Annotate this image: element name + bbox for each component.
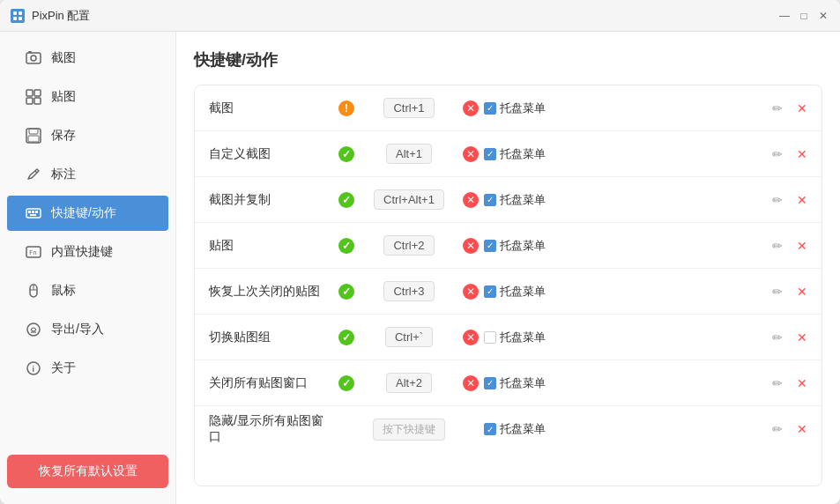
key-display[interactable]: Ctrl+1 <box>361 98 457 118</box>
sidebar-item-screenshot[interactable]: 截图 <box>7 41 168 76</box>
svg-rect-5 <box>28 51 32 53</box>
shortcut-name: 截图 <box>209 100 332 116</box>
svg-rect-2 <box>13 17 17 20</box>
sidebar-item-label: 贴图 <box>51 89 76 105</box>
delete-key-button[interactable]: ✕ <box>463 192 479 208</box>
save-icon <box>25 127 42 145</box>
tray-menu-checkbox[interactable]: ✓ 托盘菜单 <box>484 192 546 208</box>
delete-key-icon[interactable]: ✕ <box>457 238 484 254</box>
delete-key-button[interactable]: ✕ <box>463 330 479 345</box>
checkbox-unchecked[interactable] <box>484 331 496 344</box>
tray-menu-checkbox[interactable]: ✓ 托盘菜单 <box>484 421 546 437</box>
tray-menu-checkbox[interactable]: 托盘菜单 <box>484 330 546 345</box>
delete-key-button[interactable]: ✕ <box>463 238 479 254</box>
tray-menu-checkbox[interactable]: ✓ 托盘菜单 <box>484 238 546 254</box>
row-actions: ✏ ✕ <box>772 285 807 299</box>
screenshot-icon <box>25 49 42 67</box>
close-button[interactable]: ✕ <box>817 10 829 22</box>
checkbox-checked[interactable]: ✓ <box>484 148 496 160</box>
delete-key-button[interactable]: ✕ <box>463 100 479 116</box>
sidebar-item-builtin[interactable]: Fn 内置快捷键 <box>7 234 168 270</box>
delete-key-icon[interactable]: ✕ <box>457 100 484 116</box>
status-icon: ✓ <box>332 238 361 254</box>
delete-key-icon[interactable]: ✕ <box>457 146 484 162</box>
svg-point-6 <box>31 56 36 61</box>
maximize-button[interactable]: □ <box>798 10 810 22</box>
tray-menu-checkbox[interactable]: ✓ 托盘菜单 <box>484 375 546 391</box>
export-icon <box>25 321 42 338</box>
shortcut-name: 自定义截图 <box>209 146 332 162</box>
row-actions: ✏ ✕ <box>772 147 807 161</box>
tray-menu-checkbox[interactable]: ✓ 托盘菜单 <box>484 100 546 116</box>
remove-button[interactable]: ✕ <box>797 376 807 390</box>
delete-key-button[interactable]: ✕ <box>463 146 479 162</box>
edit-button[interactable]: ✏ <box>772 330 783 345</box>
remove-button[interactable]: ✕ <box>797 193 807 207</box>
status-icon: ✓ <box>332 146 361 162</box>
sidebar-item-annotate[interactable]: 标注 <box>7 157 168 192</box>
minimize-button[interactable]: — <box>778 10 791 22</box>
sidebar-item-label: 快捷键/动作 <box>51 205 116 221</box>
delete-key-icon[interactable]: ✕ <box>457 375 484 391</box>
remove-button[interactable]: ✕ <box>797 285 807 299</box>
sidebar-item-label: 导出/导入 <box>51 322 104 337</box>
table-row: 切换贴图组 ✓ Ctrl+` ✕ 托盘菜单 <box>195 315 821 360</box>
edit-button[interactable]: ✏ <box>772 285 783 299</box>
restore-defaults-button[interactable]: 恢复所有默认设置 <box>7 455 168 488</box>
shortcut-name: 关闭所有贴图窗口 <box>209 375 332 391</box>
sidebar-item-label: 标注 <box>51 167 76 182</box>
sidebar-item-mouse[interactable]: 鼠标 <box>7 273 168 308</box>
key-display[interactable]: Ctrl+2 <box>361 235 457 256</box>
svg-rect-7 <box>26 90 33 96</box>
edit-button[interactable]: ✏ <box>772 376 783 390</box>
edit-button[interactable]: ✏ <box>772 147 783 161</box>
svg-rect-4 <box>26 53 41 63</box>
shortcuts-table: 截图 ! Ctrl+1 ✕ ✓ 托盘菜单 <box>194 85 822 486</box>
remove-button[interactable]: ✕ <box>797 422 807 436</box>
remove-button[interactable]: ✕ <box>797 147 807 161</box>
shortcut-name: 贴图 <box>209 238 332 254</box>
key-display[interactable]: Alt+1 <box>361 144 457 164</box>
remove-button[interactable]: ✕ <box>797 101 807 115</box>
sidebar-item-sticker[interactable]: 贴图 <box>7 79 168 115</box>
window-controls: — □ ✕ <box>778 10 829 22</box>
key-display[interactable]: Ctrl+Alt+1 <box>361 189 457 210</box>
status-ok-icon: ✓ <box>338 284 354 300</box>
key-placeholder[interactable]: 按下快捷键 <box>361 419 457 441</box>
edit-button[interactable]: ✏ <box>772 239 783 253</box>
delete-key-icon[interactable]: ✕ <box>457 192 484 208</box>
status-ok-icon: ✓ <box>338 375 354 391</box>
status-icon: ✓ <box>332 330 361 345</box>
shortcut-name: 恢复上次关闭的贴图 <box>209 284 332 300</box>
key-display[interactable]: Alt+2 <box>361 373 457 393</box>
edit-button[interactable]: ✏ <box>772 193 783 207</box>
remove-button[interactable]: ✕ <box>797 330 807 345</box>
table-row: 关闭所有贴图窗口 ✓ Alt+2 ✕ ✓ 托盘菜单 <box>195 360 821 406</box>
delete-key-icon[interactable]: ✕ <box>457 284 484 300</box>
menu-option: ✓ 托盘菜单 <box>484 146 772 162</box>
checkbox-checked[interactable]: ✓ <box>484 377 496 389</box>
sidebar: 截图 贴图 <box>0 32 176 504</box>
remove-button[interactable]: ✕ <box>797 239 807 253</box>
checkbox-checked[interactable]: ✓ <box>484 285 496 298</box>
svg-rect-12 <box>29 129 38 134</box>
edit-button[interactable]: ✏ <box>772 422 783 436</box>
tray-menu-checkbox[interactable]: ✓ 托盘菜单 <box>484 284 546 300</box>
delete-key-button[interactable]: ✕ <box>463 375 479 391</box>
tray-menu-checkbox[interactable]: ✓ 托盘菜单 <box>484 146 546 162</box>
shortcut-name: 截图并复制 <box>209 192 332 208</box>
checkbox-checked[interactable]: ✓ <box>484 102 496 115</box>
checkbox-checked[interactable]: ✓ <box>484 194 496 206</box>
sidebar-item-about[interactable]: i 关于 <box>7 351 168 386</box>
checkbox-checked[interactable]: ✓ <box>484 423 496 435</box>
edit-button[interactable]: ✏ <box>772 101 783 115</box>
sidebar-item-export[interactable]: 导出/导入 <box>7 312 168 347</box>
key-display[interactable]: Ctrl+3 <box>361 281 457 301</box>
sidebar-item-shortcuts[interactable]: 快捷键/动作 <box>7 196 168 231</box>
delete-key-icon[interactable]: ✕ <box>457 330 484 345</box>
delete-key-button[interactable]: ✕ <box>463 284 479 300</box>
sidebar-item-save[interactable]: 保存 <box>7 118 168 153</box>
checkbox-checked[interactable]: ✓ <box>484 240 496 252</box>
key-display[interactable]: Ctrl+` <box>361 327 457 347</box>
page-title: 快捷键/动作 <box>194 49 822 70</box>
